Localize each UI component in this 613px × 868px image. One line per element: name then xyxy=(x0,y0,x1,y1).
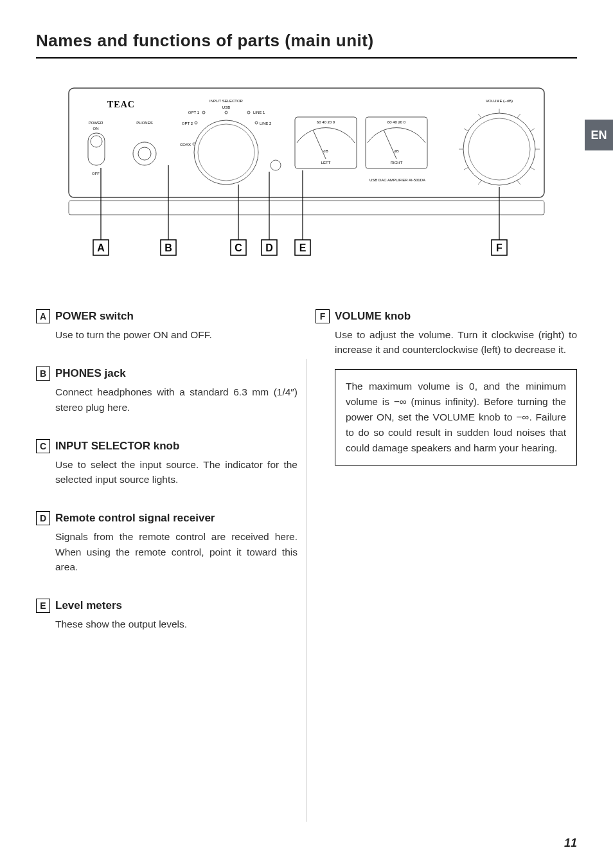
brand-label: TEAC xyxy=(107,100,135,109)
entry-D: D Remote control signal receiver Signals… xyxy=(36,511,298,574)
svg-text:F: F xyxy=(496,242,502,253)
entry-B: B PHONES jack Connect headphones with a … xyxy=(36,366,298,415)
entry-D-title: Remote control signal receiver xyxy=(55,512,215,525)
entry-A-body: Use to turn the power ON and OFF. xyxy=(36,327,298,342)
entry-D-heading: D Remote control signal receiver xyxy=(36,511,298,525)
entry-C-title: INPUT SELECTOR knob xyxy=(55,440,179,453)
svg-text:LEFT: LEFT xyxy=(321,161,331,165)
entry-C-body: Use to select the input source. The indi… xyxy=(36,457,298,487)
entry-F: F VOLUME knob Use to adjust the volume. … xyxy=(315,309,577,466)
entry-A-title: POWER switch xyxy=(55,310,134,323)
svg-text:LINE 2: LINE 2 xyxy=(260,122,272,125)
entry-F-body: Use to adjust the volume. Turn it clockw… xyxy=(315,327,577,357)
entry-A: A POWER switch Use to turn the power ON … xyxy=(36,309,298,342)
svg-text:OFF: OFF xyxy=(92,172,100,176)
svg-point-24 xyxy=(198,124,254,181)
entry-C-heading: C INPUT SELECTOR knob xyxy=(36,439,298,453)
front-panel-diagram: TEAC POWER ON OFF PHONES INPUT SELECTOR … xyxy=(62,82,551,268)
entry-E-body: These show the output levels. xyxy=(36,617,298,631)
marker-E: E xyxy=(36,599,50,613)
svg-text:OPT 2: OPT 2 xyxy=(182,122,193,125)
svg-text:dB: dB xyxy=(323,149,328,153)
svg-text:D: D xyxy=(265,242,273,253)
entry-B-heading: B PHONES jack xyxy=(36,366,298,381)
marker-B: B xyxy=(36,366,50,381)
svg-text:POWER: POWER xyxy=(89,121,103,125)
entry-E-heading: E Level meters xyxy=(36,599,298,613)
svg-text:INPUT SELECTOR: INPUT SELECTOR xyxy=(209,99,243,103)
svg-point-39 xyxy=(468,118,530,180)
svg-text:OPT 1: OPT 1 xyxy=(188,111,200,114)
svg-text:COAX: COAX xyxy=(180,143,191,147)
svg-text:B: B xyxy=(164,242,172,253)
page-title: Names and functions of parts (main unit) xyxy=(36,31,577,51)
svg-point-5 xyxy=(91,136,102,147)
svg-rect-1 xyxy=(69,201,544,215)
svg-text:VOLUME (−dB): VOLUME (−dB) xyxy=(486,99,513,103)
svg-text:PHONES: PHONES xyxy=(136,121,152,125)
entry-E: E Level meters These show the output lev… xyxy=(36,599,298,631)
svg-text:E: E xyxy=(299,242,306,253)
svg-text:USB: USB xyxy=(222,105,230,109)
entry-A-heading: A POWER switch xyxy=(36,309,298,323)
svg-text:RIGHT: RIGHT xyxy=(391,161,403,165)
svg-text:dB: dB xyxy=(394,149,398,153)
marker-C: C xyxy=(36,439,50,453)
language-tab[interactable]: EN xyxy=(585,120,613,150)
entry-B-body: Connect headphones with a standard 6.3 m… xyxy=(36,384,298,415)
svg-text:ON: ON xyxy=(93,127,99,131)
svg-point-25 xyxy=(271,160,281,170)
entry-E-title: Level meters xyxy=(55,599,122,612)
title-rule xyxy=(36,57,577,59)
entry-B-title: PHONES jack xyxy=(55,367,126,380)
description-columns: A POWER switch Use to turn the power ON … xyxy=(36,309,577,656)
svg-text:C: C xyxy=(235,242,242,253)
entry-D-body: Signals from the remote control are rece… xyxy=(36,529,298,574)
entry-F-heading: F VOLUME knob xyxy=(315,309,577,323)
svg-point-9 xyxy=(138,147,151,160)
marker-F: F xyxy=(315,309,330,323)
entry-F-note: The maximum volume is 0, and the minimum… xyxy=(335,369,577,466)
svg-text:60  40  20  0: 60 40 20 0 xyxy=(387,120,406,124)
svg-text:A: A xyxy=(97,242,105,253)
entry-F-title: VOLUME knob xyxy=(335,310,411,323)
entry-C: C INPUT SELECTOR knob Use to select the … xyxy=(36,439,298,487)
marker-D: D xyxy=(36,511,50,525)
svg-text:60  40  20  0: 60 40 20 0 xyxy=(317,120,335,124)
page-number: 11 xyxy=(564,836,577,850)
svg-text:USB DAC AMPLIFIER AI-501DA: USB DAC AMPLIFIER AI-501DA xyxy=(369,178,425,182)
marker-A: A xyxy=(36,309,50,323)
svg-text:LINE 1: LINE 1 xyxy=(253,111,265,114)
